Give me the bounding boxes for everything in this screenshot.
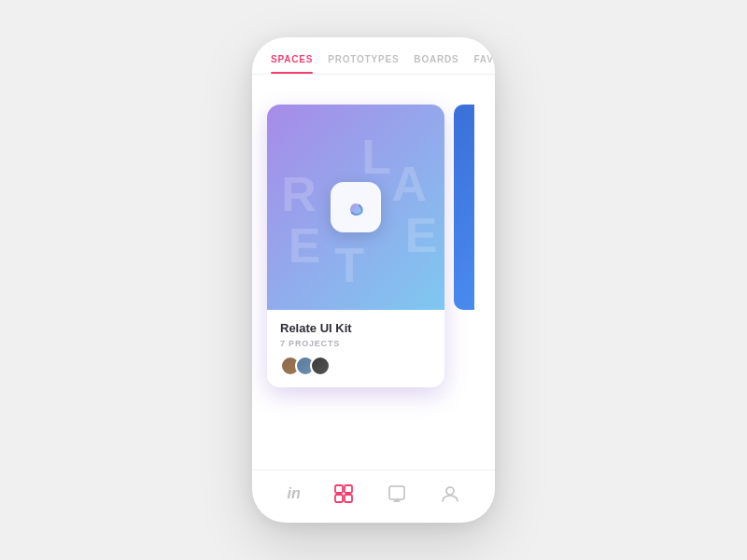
phone-frame: SPACES PROTOTYPES BOARDS FAVORITES L A R <box>252 37 495 523</box>
letter-l: L <box>361 129 391 185</box>
side-card-peek <box>454 105 474 310</box>
svg-rect-4 <box>335 495 343 502</box>
letter-t: T <box>334 237 364 293</box>
letter-e2: E <box>405 207 438 263</box>
bottom-nav-prototypes[interactable] <box>387 483 407 504</box>
bottom-nav-invision[interactable]: in <box>287 485 300 502</box>
card-visual: L A R E T E <box>267 105 444 310</box>
tab-spaces[interactable]: SPACES <box>271 54 313 74</box>
cards-row: L A R E T E <box>267 105 480 387</box>
nav-tabs: SPACES PROTOTYPES BOARDS FAVORITES <box>252 37 495 74</box>
boards-icon <box>333 483 354 504</box>
tab-prototypes[interactable]: PROTOTYPES <box>328 54 399 74</box>
svg-point-9 <box>446 487 454 495</box>
bottom-nav: in <box>252 469 495 523</box>
card-subtitle: 7 PROJECTS <box>280 339 431 348</box>
prototypes-icon <box>387 483 407 504</box>
bottom-nav-profile[interactable] <box>440 483 460 504</box>
card-title: Relate UI Kit <box>280 321 431 335</box>
main-card[interactable]: L A R E T E <box>267 105 444 387</box>
app-icon <box>331 182 381 232</box>
letter-r: R <box>281 166 317 222</box>
bottom-nav-boards[interactable] <box>333 483 354 504</box>
avatars-row <box>280 356 431 376</box>
profile-icon <box>440 483 460 504</box>
avatar-3 <box>310 356 331 376</box>
svg-rect-6 <box>389 486 404 499</box>
content-area: L A R E T E <box>252 75 495 469</box>
invision-icon: in <box>287 485 300 502</box>
tab-favorites[interactable]: FAVORITES <box>474 54 496 74</box>
card-info: Relate UI Kit 7 PROJECTS <box>267 310 444 387</box>
svg-rect-5 <box>345 495 352 502</box>
letter-a: A <box>391 156 427 212</box>
letter-e: E <box>289 217 321 273</box>
svg-rect-2 <box>335 485 343 493</box>
relate-logo-icon <box>343 194 369 220</box>
tab-boards[interactable]: BOARDS <box>414 54 458 74</box>
svg-rect-3 <box>345 485 352 493</box>
